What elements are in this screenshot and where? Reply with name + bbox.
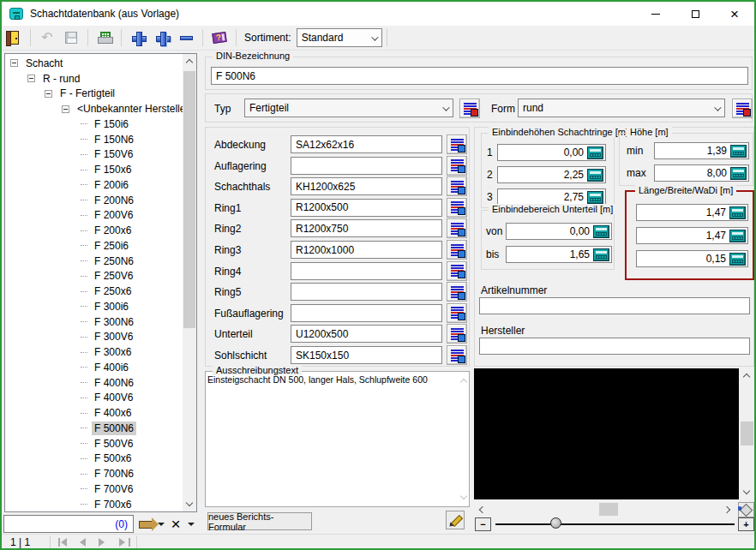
tree-item[interactable]: F 250i6 bbox=[5, 238, 182, 254]
tree-item[interactable]: F 400x6 bbox=[5, 405, 182, 421]
tree-item[interactable]: F 200V6 bbox=[5, 208, 182, 224]
part-list-button[interactable] bbox=[447, 282, 467, 302]
tree-item[interactable]: F 500x6 bbox=[5, 451, 182, 467]
scroll-down-icon[interactable] bbox=[740, 485, 753, 499]
nav-prev-button[interactable] bbox=[80, 538, 90, 547]
close-button[interactable]: × bbox=[715, 2, 754, 26]
hoehe-max-field[interactable]: 8,00 bbox=[654, 164, 749, 182]
collapse-icon[interactable] bbox=[27, 75, 35, 82]
typ-list-button[interactable] bbox=[459, 99, 480, 118]
collapse-icon[interactable] bbox=[45, 90, 52, 98]
nav-first-button[interactable] bbox=[61, 538, 71, 547]
goto-button[interactable] bbox=[136, 516, 155, 533]
ausschreibungstext-textarea[interactable]: Einsteigschacht DN 500, langer Hals, Sch… bbox=[207, 374, 455, 386]
preview-hscroll-thumb[interactable] bbox=[599, 503, 618, 516]
tree-item[interactable]: F 400i6 bbox=[5, 360, 182, 375]
artikelnummer-input[interactable] bbox=[479, 297, 750, 314]
tree-item[interactable]: F 500V6 bbox=[5, 436, 182, 451]
tree-branch[interactable]: Schacht bbox=[5, 56, 182, 71]
tree-item[interactable]: F 300N6 bbox=[5, 314, 182, 330]
tree-item[interactable]: F 250N6 bbox=[5, 254, 182, 269]
scroll-up-icon[interactable] bbox=[461, 377, 466, 385]
part-list-button[interactable] bbox=[447, 198, 467, 218]
part-input[interactable] bbox=[291, 157, 442, 175]
collapse-icon[interactable] bbox=[62, 105, 69, 113]
calculator-icon[interactable] bbox=[587, 169, 603, 182]
part-list-button[interactable] bbox=[447, 218, 467, 238]
tree-branch[interactable]: F - Fertigteil bbox=[5, 87, 182, 102]
form-select[interactable]: rund bbox=[518, 99, 725, 117]
nav-next-button[interactable] bbox=[99, 538, 109, 547]
help-button[interactable] bbox=[209, 27, 230, 48]
part-input[interactable] bbox=[291, 283, 442, 301]
collapse-icon[interactable] bbox=[10, 59, 18, 67]
calculator-icon[interactable] bbox=[729, 206, 746, 219]
part-list-button[interactable] bbox=[447, 261, 467, 281]
preview-vscroll-thumb[interactable] bbox=[741, 421, 753, 445]
part-list-button[interactable] bbox=[447, 303, 467, 323]
einbindehoehe-2-field[interactable]: 2,25 bbox=[497, 166, 606, 183]
tree-branch[interactable]: <Unbekannter Hersteller> bbox=[5, 101, 182, 117]
calculator-icon[interactable] bbox=[730, 167, 747, 180]
tree-item[interactable]: F 700N6 bbox=[5, 466, 182, 481]
tree-scrollbar-thumb[interactable] bbox=[183, 71, 195, 328]
delete-dropdown-icon[interactable] bbox=[188, 523, 195, 526]
add-copy-button[interactable] bbox=[152, 27, 172, 48]
calculator-icon[interactable] bbox=[593, 225, 609, 238]
tree-item[interactable]: F 400N6 bbox=[5, 375, 182, 391]
delete-button[interactable]: × bbox=[167, 516, 184, 533]
nav-last-button[interactable] bbox=[117, 538, 128, 547]
part-input[interactable] bbox=[291, 304, 442, 322]
new-report-form-button[interactable]: neues Berichts-Formular bbox=[207, 512, 312, 530]
scroll-down-icon[interactable] bbox=[183, 497, 196, 511]
calculator-icon[interactable] bbox=[729, 253, 746, 266]
preview-vertical-scrollbar[interactable] bbox=[740, 368, 754, 499]
zoom-slider-track[interactable] bbox=[495, 523, 735, 525]
calculator-icon[interactable] bbox=[587, 146, 603, 159]
calculator-icon[interactable] bbox=[593, 248, 609, 261]
scroll-up-icon[interactable] bbox=[740, 368, 753, 383]
calculator-icon[interactable] bbox=[587, 191, 603, 204]
print-export-button[interactable] bbox=[94, 27, 115, 48]
part-list-button[interactable] bbox=[447, 240, 467, 260]
lbw-field-2[interactable]: 1,47 bbox=[636, 227, 748, 244]
typ-select[interactable]: Fertigteil bbox=[244, 99, 453, 117]
tree-item[interactable]: F 250V6 bbox=[5, 269, 182, 284]
tree-item[interactable]: F 200x6 bbox=[5, 223, 182, 238]
remove-button[interactable] bbox=[176, 27, 196, 48]
part-input[interactable]: U1200x500 bbox=[291, 325, 442, 343]
tree-item[interactable]: F 150N6 bbox=[5, 132, 182, 147]
part-input[interactable]: KH1200x625 bbox=[291, 177, 442, 195]
einbindehoehe-1-field[interactable]: 0,00 bbox=[497, 144, 606, 161]
einbindebereich-bis-field[interactable]: 1,65 bbox=[506, 246, 612, 263]
tree-item[interactable]: F 150i6 bbox=[5, 117, 182, 132]
part-list-button[interactable] bbox=[447, 324, 467, 344]
part-list-button[interactable] bbox=[447, 345, 467, 365]
calculator-icon[interactable] bbox=[729, 230, 746, 242]
search-input[interactable]: (0) bbox=[3, 515, 134, 533]
zoom-out-button[interactable]: − bbox=[475, 517, 491, 531]
din-input[interactable]: F 500N6 bbox=[211, 67, 748, 85]
edit-text-button[interactable] bbox=[446, 511, 465, 529]
scroll-down-icon[interactable] bbox=[461, 493, 466, 501]
exit-button[interactable] bbox=[3, 27, 24, 48]
tree-item[interactable]: F 700x6 bbox=[5, 497, 182, 512]
part-list-button[interactable] bbox=[447, 176, 467, 196]
add-button[interactable] bbox=[128, 27, 148, 48]
tree-item[interactable]: F 250x6 bbox=[5, 284, 182, 299]
undo-button[interactable]: ↶ bbox=[37, 27, 57, 48]
scroll-left-icon[interactable] bbox=[474, 502, 489, 517]
part-list-button[interactable] bbox=[447, 135, 467, 154]
part-input[interactable]: R1200x500 bbox=[291, 199, 442, 217]
tree-branch[interactable]: R - rund bbox=[5, 71, 182, 87]
tree-item[interactable]: F 500N6 bbox=[5, 421, 182, 436]
tree-item[interactable]: F 700V6 bbox=[5, 481, 182, 497]
part-input[interactable]: SA12x62x16 bbox=[291, 135, 442, 153]
einbindehoehe-3-field[interactable]: 2,75 bbox=[497, 188, 606, 206]
lbw-field-3[interactable]: 0,15 bbox=[636, 250, 748, 267]
save-button[interactable] bbox=[61, 27, 81, 48]
tree-item[interactable]: F 200i6 bbox=[5, 177, 182, 193]
part-list-button[interactable] bbox=[447, 156, 467, 176]
hersteller-input[interactable] bbox=[479, 338, 750, 355]
scroll-up-icon[interactable] bbox=[183, 54, 196, 69]
